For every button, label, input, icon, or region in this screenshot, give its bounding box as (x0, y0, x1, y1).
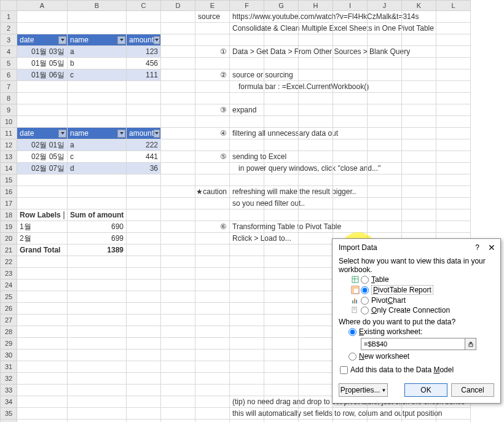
select-all-corner[interactable] (0, 0, 17, 11)
column-header-G[interactable]: G (264, 0, 299, 11)
column-header-F[interactable]: F (230, 0, 264, 11)
cell-B15[interactable] (68, 174, 127, 186)
row-header-17[interactable]: 17 (0, 198, 17, 209)
cell-C12[interactable]: 222 (127, 139, 161, 151)
cell-J13[interactable] (368, 151, 402, 163)
cell-E4[interactable]: ① (195, 46, 230, 58)
cell-K8[interactable] (402, 93, 436, 104)
cell-G33[interactable] (264, 385, 299, 396)
cell-E36[interactable] (195, 420, 230, 422)
cell-E14[interactable] (195, 163, 230, 174)
cell-D14[interactable] (161, 163, 195, 174)
cell-J17[interactable] (368, 198, 402, 209)
cell-G27[interactable] (264, 315, 299, 326)
cell-B21[interactable]: 1389 (68, 244, 127, 256)
cell-K9[interactable] (402, 104, 436, 116)
cell-A5[interactable]: 01월 05일 (17, 58, 68, 69)
cell-H9[interactable] (299, 104, 333, 116)
cell-K5[interactable] (402, 58, 436, 69)
cell-L19[interactable] (436, 221, 471, 233)
cell-E28[interactable] (195, 326, 230, 338)
cell-B3[interactable]: name (68, 34, 127, 46)
row-header-9[interactable]: 9 (0, 104, 17, 116)
cell-H29[interactable] (299, 338, 333, 350)
cell-L10[interactable] (436, 116, 471, 128)
cell-H14[interactable] (299, 163, 333, 174)
cell-A16[interactable] (17, 186, 68, 198)
cell-J10[interactable] (368, 116, 402, 128)
cell-D16[interactable] (161, 186, 195, 198)
cell-B20[interactable]: 699 (68, 233, 127, 244)
row-header-28[interactable]: 28 (0, 326, 17, 338)
cell-B31[interactable] (68, 361, 127, 373)
cell-G20[interactable] (264, 233, 299, 244)
row-header-25[interactable]: 25 (0, 291, 17, 303)
cell-H18[interactable] (299, 209, 333, 221)
cell-H15[interactable] (299, 174, 333, 186)
row-header-12[interactable]: 12 (0, 139, 17, 151)
cell-E15[interactable] (195, 174, 230, 186)
cell-A3[interactable]: date (17, 34, 68, 46)
cell-J18[interactable] (368, 209, 402, 221)
row-header-13[interactable]: 13 (0, 151, 17, 163)
cell-E2[interactable] (195, 23, 230, 34)
cell-B12[interactable]: a (68, 139, 127, 151)
cell-D6[interactable] (161, 69, 195, 81)
cell-A12[interactable]: 02월 01일 (17, 139, 68, 151)
cell-B6[interactable]: c (68, 69, 127, 81)
cell-A28[interactable] (17, 326, 68, 338)
cell-C32[interactable] (127, 373, 161, 385)
cell-J14[interactable] (368, 163, 402, 174)
cell-H8[interactable] (299, 93, 333, 104)
cell-C10[interactable] (127, 116, 161, 128)
cell-J11[interactable] (368, 128, 402, 139)
cell-D2[interactable] (161, 23, 195, 34)
row-header-19[interactable]: 19 (0, 221, 17, 233)
cell-F3[interactable] (230, 34, 264, 46)
cell-F18[interactable] (230, 209, 264, 221)
cell-I13[interactable] (333, 151, 368, 163)
row-header-29[interactable]: 29 (0, 338, 17, 350)
cell-F8[interactable] (230, 93, 264, 104)
cell-B27[interactable] (68, 315, 127, 326)
cell-A11[interactable]: date (17, 128, 68, 139)
cell-C21[interactable] (127, 244, 161, 256)
cell-H34[interactable] (299, 396, 333, 408)
cell-D29[interactable] (161, 338, 195, 350)
column-header-E[interactable]: E (195, 0, 230, 11)
properties-button[interactable]: Properties...▼ (339, 383, 388, 397)
cell-F32[interactable] (230, 373, 264, 385)
cell-K10[interactable] (402, 116, 436, 128)
cell-H28[interactable] (299, 326, 333, 338)
cell-D26[interactable] (161, 303, 195, 315)
radio-pivottable[interactable] (361, 286, 369, 294)
cell-L11[interactable] (436, 128, 471, 139)
cell-B26[interactable] (68, 303, 127, 315)
cell-C16[interactable] (127, 186, 161, 198)
cell-L3[interactable] (436, 34, 471, 46)
cell-K11[interactable] (402, 128, 436, 139)
cell-F36[interactable] (230, 420, 264, 422)
cell-J35[interactable] (368, 408, 402, 420)
column-header-K[interactable]: K (402, 0, 436, 11)
cell-B19[interactable]: 690 (68, 221, 127, 233)
cell-F21[interactable] (230, 244, 264, 256)
cell-D21[interactable] (161, 244, 195, 256)
cell-E3[interactable] (195, 34, 230, 46)
cell-E7[interactable] (195, 81, 230, 93)
row-header-15[interactable]: 15 (0, 174, 17, 186)
cell-B10[interactable] (68, 116, 127, 128)
cell-G8[interactable] (264, 93, 299, 104)
filter-dropdown-icon[interactable] (58, 36, 66, 44)
cell-E34[interactable] (195, 396, 230, 408)
cell-F30[interactable] (230, 350, 264, 361)
radio-existing-worksheet[interactable] (348, 328, 356, 336)
cell-L9[interactable] (436, 104, 471, 116)
cell-J36[interactable] (368, 420, 402, 422)
cell-A32[interactable] (17, 373, 68, 385)
cell-F9[interactable]: expand (230, 104, 264, 116)
cell-E32[interactable] (195, 373, 230, 385)
cell-F25[interactable] (230, 291, 264, 303)
cell-B5[interactable]: b (68, 58, 127, 69)
cell-H3[interactable] (299, 34, 333, 46)
